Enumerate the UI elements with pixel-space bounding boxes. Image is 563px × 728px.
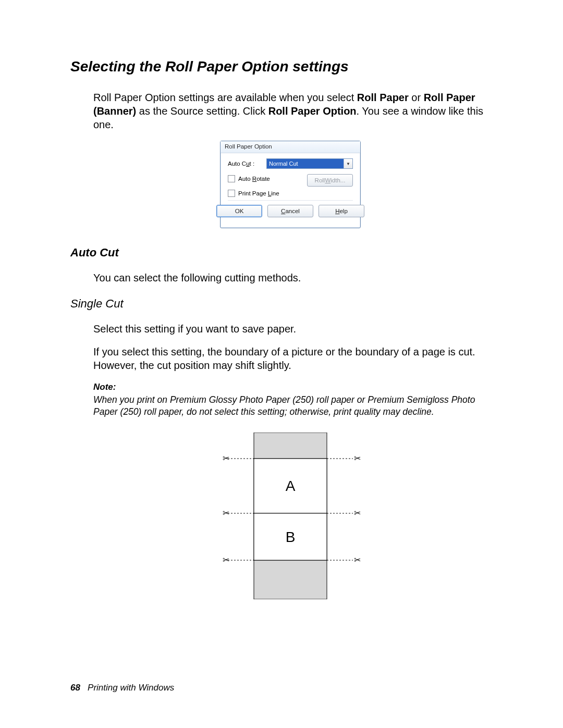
page-title: Selecting the Roll Paper Option settings [70, 58, 493, 75]
intro-text: as the Source setting. Click [136, 105, 268, 117]
heading-singlecut: Single Cut [70, 297, 493, 311]
autocut-label: Auto Cut : [228, 161, 266, 167]
chevron-down-icon[interactable]: ▼ [344, 159, 352, 168]
autocut-value: Normal Cut [267, 159, 344, 168]
cancel-button[interactable]: Cancel [267, 205, 313, 217]
heading-autocut: Auto Cut [70, 246, 493, 260]
roll-paper-option-dialog: Roll Paper Option Auto Cut : Normal Cut … [220, 141, 361, 228]
checkbox-icon [228, 175, 235, 182]
dialog-title: Roll Paper Option [221, 141, 360, 153]
diagram-label-b: B [286, 529, 296, 545]
rollwidth-button[interactable]: Roll Width... [307, 174, 353, 187]
scissors-icon: ✂ [354, 454, 361, 463]
singlecut-para2: If you select this setting, the boundary… [93, 345, 487, 372]
help-button[interactable]: Help [319, 205, 364, 217]
ok-button[interactable]: OK [216, 205, 262, 217]
singlecut-diagram: A B ✂ ✂ ✂ ✂ ✂ ✂ [93, 433, 487, 599]
scissors-icon: ✂ [223, 556, 229, 564]
page-number: 68 [70, 683, 80, 693]
scissors-icon: ✂ [223, 454, 229, 463]
intro-paragraph: Roll Paper Option settings are available… [93, 91, 487, 131]
intro-text: Roll Paper Option settings are available… [93, 92, 357, 103]
footer-title: Printing with Windows [88, 683, 174, 693]
page-footer: 68 Printing with Windows [70, 683, 174, 693]
scissors-icon: ✂ [223, 509, 229, 517]
intro-bold-rollpaper: Roll Paper [357, 92, 409, 103]
printpageline-label: Print Page Line [238, 190, 279, 196]
autorotate-label: Auto Rotate [238, 176, 270, 182]
note-label: Note: [93, 381, 487, 393]
printpageline-checkbox[interactable]: Print Page Line [228, 190, 353, 197]
autocut-paragraph: You can select the following cutting met… [93, 271, 487, 285]
scissors-icon: ✂ [354, 556, 361, 564]
autorotate-checkbox[interactable]: Auto Rotate [228, 175, 270, 182]
checkbox-icon [228, 190, 235, 197]
singlecut-para1: Select this setting if you want to save … [93, 322, 487, 336]
scissors-icon: ✂ [354, 509, 361, 517]
note-body: When you print on Premium Glossy Photo P… [93, 394, 487, 418]
autocut-select[interactable]: Normal Cut ▼ [266, 158, 353, 169]
intro-bold-option: Roll Paper Option [268, 105, 357, 117]
diagram-label-a: A [286, 478, 296, 494]
intro-text: or [409, 92, 424, 103]
